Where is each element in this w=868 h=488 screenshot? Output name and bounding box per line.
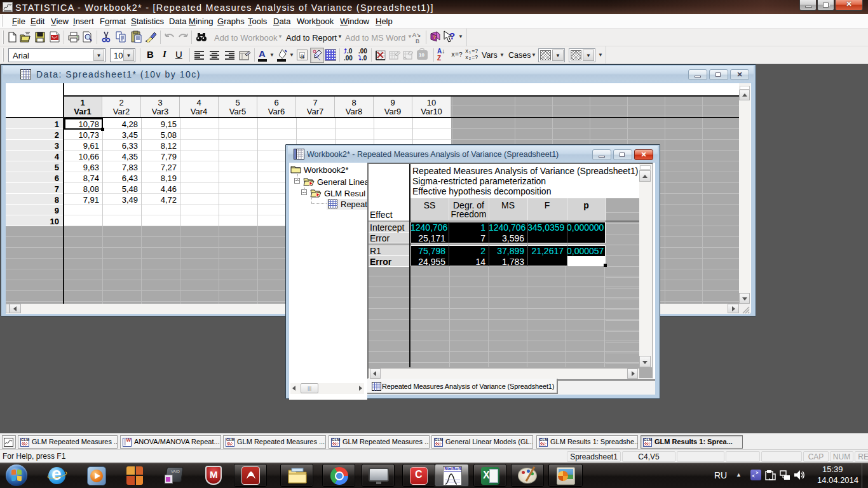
svg-text:?: ?	[449, 30, 455, 41]
svg-text:?: ?	[433, 34, 436, 40]
